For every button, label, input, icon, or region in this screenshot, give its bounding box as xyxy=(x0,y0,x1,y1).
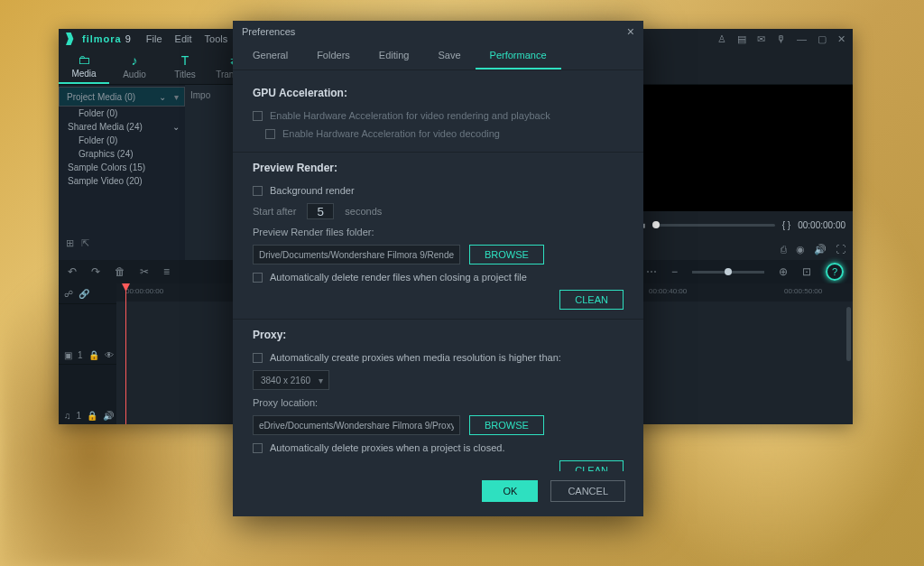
timeline-scrollbar[interactable] xyxy=(846,307,851,361)
split-button[interactable]: ✂ xyxy=(140,265,149,278)
lib-folder-0a[interactable]: Folder (0) xyxy=(59,107,185,120)
gpu-option-render[interactable]: Enable Hardware Acceleration for video r… xyxy=(253,107,624,125)
eye-icon[interactable]: 👁 xyxy=(105,350,114,360)
tab-media[interactable]: 🗀Media xyxy=(59,49,109,84)
window-maximize[interactable]: ▢ xyxy=(818,33,827,45)
menu-tools[interactable]: Tools xyxy=(205,33,228,44)
render-head: Preview Render: xyxy=(253,162,624,174)
zoom-in-icon[interactable]: ⊕ xyxy=(779,265,788,278)
proxy-head: Proxy: xyxy=(253,329,624,341)
lock-icon[interactable]: 🔒 xyxy=(88,350,99,360)
seconds-label: seconds xyxy=(345,206,382,217)
tab-general[interactable]: General xyxy=(238,42,302,70)
prefs-title-text: Preferences xyxy=(242,26,295,37)
menu-edit[interactable]: Edit xyxy=(175,33,192,44)
library-panel: Project Media (0)⌄ Folder (0) Shared Med… xyxy=(59,85,185,260)
cancel-button[interactable]: CANCEL xyxy=(550,480,625,502)
preview-scrubber[interactable] xyxy=(652,224,775,227)
auto-delete-render[interactable]: Automatically delete render files when c… xyxy=(253,268,624,286)
render-folder-label: Preview Render files folder: xyxy=(253,223,624,241)
lock-icon[interactable]: 🔒 xyxy=(87,411,97,421)
lib-sample-video[interactable]: Sample Video (20) xyxy=(59,174,185,188)
mark-in-out[interactable]: { } xyxy=(782,220,790,230)
tab-save[interactable]: Save xyxy=(423,42,475,70)
ok-button[interactable]: OK xyxy=(482,480,538,502)
tab-audio[interactable]: ♪Audio xyxy=(109,49,160,84)
zoom-out-icon[interactable]: − xyxy=(671,265,678,278)
preferences-dialog: Preferences × General Folders Editing Sa… xyxy=(233,21,643,516)
chevron-down-icon: ⌄ xyxy=(172,122,180,132)
lib-shared-media[interactable]: Shared Media (24)⌄ xyxy=(59,120,185,134)
snapshot-icon[interactable]: ⎙ xyxy=(781,244,787,255)
user-icon[interactable]: ♙ xyxy=(717,33,726,45)
titles-icon: T xyxy=(181,53,189,68)
bg-render-option[interactable]: Background render xyxy=(253,181,624,199)
checkbox-icon[interactable] xyxy=(253,353,263,363)
tab-performance[interactable]: Performance xyxy=(476,42,561,70)
lib-folder-0b[interactable]: Folder (0) xyxy=(59,134,185,147)
start-after-label: Start after xyxy=(253,206,296,217)
fit-icon[interactable]: ⊡ xyxy=(802,265,811,278)
gpu-option-decode[interactable]: Enable Hardware Acceleration for video d… xyxy=(265,125,624,143)
lib-project-media[interactable]: Project Media (0)⌄ xyxy=(59,87,185,107)
checkbox-icon[interactable] xyxy=(253,273,263,283)
zoom-slider[interactable] xyxy=(692,271,764,274)
preview-timecode: 00:00:00:00 xyxy=(798,220,845,230)
delete-button[interactable]: 🗑 xyxy=(115,265,125,278)
proxy-resolution-select[interactable]: 3840 x 2160 xyxy=(253,370,329,390)
proxy-browse-button[interactable]: BROWSE xyxy=(469,415,544,435)
mail-icon[interactable]: ✉ xyxy=(757,33,765,45)
tab-editing[interactable]: Editing xyxy=(365,42,424,70)
brand: filmora9 xyxy=(66,32,132,45)
lib-graphics[interactable]: Graphics (24) xyxy=(59,147,185,161)
prefs-body: GPU Acceleration: Enable Hardware Accele… xyxy=(233,70,643,471)
checkbox-icon[interactable] xyxy=(253,186,263,196)
menu-file[interactable]: File xyxy=(146,33,162,44)
import-folder-icon[interactable]: ⇱ xyxy=(81,237,89,249)
tick-1: 00:00:40:00 xyxy=(649,287,687,295)
tick-2: 00:00:50:00 xyxy=(784,287,822,295)
link-icon[interactable]: ☍ xyxy=(64,289,73,299)
checkbox-icon[interactable] xyxy=(253,111,263,121)
prefs-actions: OK CANCEL xyxy=(233,471,643,516)
close-button[interactable]: × xyxy=(627,24,634,39)
help-button[interactable]: ? xyxy=(826,263,844,281)
start-after-input[interactable] xyxy=(307,203,334,219)
volume-icon[interactable]: 🔊 xyxy=(814,244,827,255)
chevron-down-icon: ⌄ xyxy=(159,92,166,102)
fullscreen-icon[interactable]: ⛶ xyxy=(836,244,845,255)
proxy-auto-delete[interactable]: Automatically delete proxies when a proj… xyxy=(253,439,624,457)
proxy-clean-button[interactable]: CLEAN xyxy=(559,460,624,471)
tab-folders[interactable]: Folders xyxy=(302,42,365,70)
tab-titles[interactable]: TTitles xyxy=(160,49,210,84)
audio-track-icon: ♫ xyxy=(64,411,71,421)
window-close[interactable]: ✕ xyxy=(837,33,845,45)
prefs-tabs: General Folders Editing Save Performance xyxy=(233,42,643,70)
playhead[interactable] xyxy=(125,283,126,424)
proxy-loc-input[interactable] xyxy=(253,415,460,435)
checkbox-icon[interactable] xyxy=(253,443,263,453)
new-folder-icon[interactable]: ⊞ xyxy=(66,237,74,249)
lib-sample-colors[interactable]: Sample Colors (15) xyxy=(59,161,185,174)
adjust-button[interactable]: ≡ xyxy=(163,265,170,278)
preview-panel: ■ { } 00:00:00:00 ⎙ ◉ 🔊 ⛶ xyxy=(618,85,853,260)
render-clean-button[interactable]: CLEAN xyxy=(559,290,624,310)
mic-icon[interactable]: 🎙 xyxy=(776,33,786,44)
notes-icon[interactable]: ▤ xyxy=(737,33,746,45)
window-minimize[interactable]: — xyxy=(797,33,807,44)
render-browse-button[interactable]: BROWSE xyxy=(469,245,544,264)
mixer-icon[interactable]: ⋯ xyxy=(646,265,657,278)
brand-suffix: 9 xyxy=(125,33,132,44)
proxy-auto-create[interactable]: Automatically create proxies when media … xyxy=(253,348,624,367)
camera-icon[interactable]: ◉ xyxy=(796,244,805,255)
brand-text: filmora xyxy=(82,33,122,44)
render-folder-input[interactable] xyxy=(253,245,460,264)
preview-video[interactable] xyxy=(618,85,853,211)
checkbox-icon[interactable] xyxy=(265,129,275,139)
undo-button[interactable]: ↶ xyxy=(68,265,77,278)
folder-icon: 🗀 xyxy=(78,52,90,67)
chain-icon[interactable]: 🔗 xyxy=(79,289,89,299)
brand-logo-icon xyxy=(66,32,79,45)
speaker-icon[interactable]: 🔊 xyxy=(103,411,114,421)
redo-button[interactable]: ↷ xyxy=(91,265,100,278)
